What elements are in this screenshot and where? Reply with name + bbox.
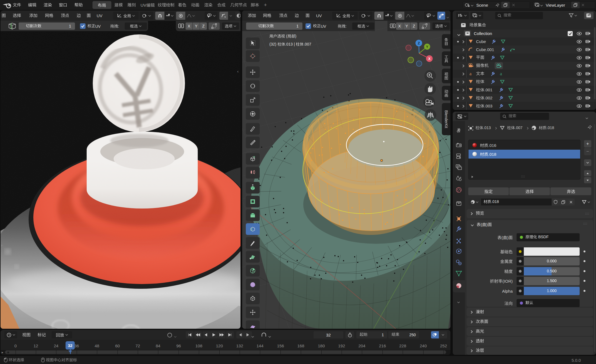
- svg-text:Z: Z: [418, 41, 420, 45]
- svg-text:Y: Y: [426, 45, 428, 49]
- svg-text:X: X: [428, 57, 430, 61]
- svg-text:a: a: [469, 71, 472, 76]
